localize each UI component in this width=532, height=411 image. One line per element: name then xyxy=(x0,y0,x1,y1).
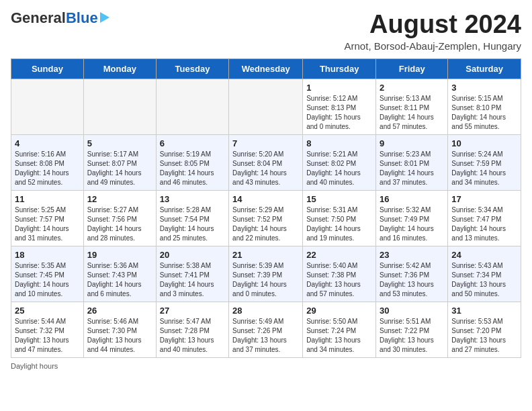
calendar-cell: 4Sunrise: 5:16 AMSunset: 8:08 PMDaylight… xyxy=(11,134,84,190)
day-info: Sunrise: 5:42 AMSunset: 7:36 PMDaylight:… xyxy=(380,261,444,299)
month-year-title: August 2024 xyxy=(345,11,521,39)
day-number: 15 xyxy=(306,194,372,204)
day-number: 9 xyxy=(380,138,444,148)
day-number: 19 xyxy=(87,250,152,260)
day-number: 29 xyxy=(306,306,372,316)
calendar-cell: 22Sunrise: 5:40 AMSunset: 7:38 PMDayligh… xyxy=(303,246,376,302)
calendar-cell: 25Sunrise: 5:44 AMSunset: 7:32 PMDayligh… xyxy=(11,302,84,357)
title-section: August 2024 Arnot, Borsod-Abauj-Zemplen,… xyxy=(345,11,521,52)
day-number: 26 xyxy=(87,306,152,316)
day-header-wednesday: Wednesday xyxy=(229,58,303,79)
day-info: Sunrise: 5:29 AMSunset: 7:52 PMDaylight:… xyxy=(232,205,299,243)
calendar-cell: 24Sunrise: 5:43 AMSunset: 7:34 PMDayligh… xyxy=(448,246,521,302)
day-number: 20 xyxy=(160,250,225,260)
day-number: 11 xyxy=(15,194,80,204)
day-number: 30 xyxy=(380,306,444,316)
day-number: 5 xyxy=(87,138,152,148)
calendar-cell: 11Sunrise: 5:25 AMSunset: 7:57 PMDayligh… xyxy=(11,190,84,246)
day-info: Sunrise: 5:47 AMSunset: 7:28 PMDaylight:… xyxy=(160,317,225,355)
logo-general-text: General xyxy=(11,11,66,26)
day-info: Sunrise: 5:51 AMSunset: 7:22 PMDaylight:… xyxy=(380,317,444,355)
day-header-thursday: Thursday xyxy=(303,58,376,79)
day-number: 1 xyxy=(306,83,372,93)
calendar-cell: 14Sunrise: 5:29 AMSunset: 7:52 PMDayligh… xyxy=(229,190,303,246)
day-info: Sunrise: 5:12 AMSunset: 8:13 PMDaylight:… xyxy=(306,94,372,132)
calendar-cell: 31Sunrise: 5:53 AMSunset: 7:20 PMDayligh… xyxy=(448,302,521,357)
location-subtitle: Arnot, Borsod-Abauj-Zemplen, Hungary xyxy=(345,40,521,52)
day-info: Sunrise: 5:32 AMSunset: 7:49 PMDaylight:… xyxy=(380,205,444,243)
day-header-tuesday: Tuesday xyxy=(156,58,228,79)
day-number: 27 xyxy=(160,306,225,316)
calendar-header: SundayMondayTuesdayWednesdayThursdayFrid… xyxy=(11,58,521,79)
day-number: 8 xyxy=(306,138,372,148)
day-number: 18 xyxy=(15,250,80,260)
calendar-cell: 1Sunrise: 5:12 AMSunset: 8:13 PMDaylight… xyxy=(303,79,376,134)
day-number: 25 xyxy=(15,306,80,316)
calendar-cell: 17Sunrise: 5:34 AMSunset: 7:47 PMDayligh… xyxy=(448,190,521,246)
day-header-friday: Friday xyxy=(376,58,448,79)
calendar-cell: 18Sunrise: 5:35 AMSunset: 7:45 PMDayligh… xyxy=(11,246,84,302)
day-number: 22 xyxy=(306,250,372,260)
calendar-cell: 7Sunrise: 5:20 AMSunset: 8:04 PMDaylight… xyxy=(229,134,303,190)
calendar-week-row: 18Sunrise: 5:35 AMSunset: 7:45 PMDayligh… xyxy=(11,246,521,302)
calendar-week-row: 1Sunrise: 5:12 AMSunset: 8:13 PMDaylight… xyxy=(11,79,521,134)
day-info: Sunrise: 5:15 AMSunset: 8:10 PMDaylight:… xyxy=(451,94,517,132)
calendar-cell xyxy=(156,79,228,134)
day-info: Sunrise: 5:46 AMSunset: 7:30 PMDaylight:… xyxy=(87,317,152,355)
calendar-cell: 10Sunrise: 5:24 AMSunset: 7:59 PMDayligh… xyxy=(448,134,521,190)
calendar-cell: 3Sunrise: 5:15 AMSunset: 8:10 PMDaylight… xyxy=(448,79,521,134)
day-header-sunday: Sunday xyxy=(11,58,84,79)
calendar-cell: 15Sunrise: 5:31 AMSunset: 7:50 PMDayligh… xyxy=(303,190,376,246)
day-number: 4 xyxy=(15,138,80,148)
day-info: Sunrise: 5:53 AMSunset: 7:20 PMDaylight:… xyxy=(451,317,517,355)
calendar-cell: 6Sunrise: 5:19 AMSunset: 8:05 PMDaylight… xyxy=(156,134,228,190)
day-number: 13 xyxy=(160,194,225,204)
day-info: Sunrise: 5:19 AMSunset: 8:05 PMDaylight:… xyxy=(160,150,225,187)
day-number: 24 xyxy=(451,250,517,260)
calendar-week-row: 25Sunrise: 5:44 AMSunset: 7:32 PMDayligh… xyxy=(11,302,521,357)
day-number: 31 xyxy=(451,306,517,316)
day-info: Sunrise: 5:39 AMSunset: 7:39 PMDaylight:… xyxy=(232,261,299,299)
calendar-cell: 23Sunrise: 5:42 AMSunset: 7:36 PMDayligh… xyxy=(376,246,448,302)
day-info: Sunrise: 5:20 AMSunset: 8:04 PMDaylight:… xyxy=(232,150,299,187)
day-number: 2 xyxy=(380,83,444,93)
day-number: 14 xyxy=(232,194,299,204)
day-info: Sunrise: 5:16 AMSunset: 8:08 PMDaylight:… xyxy=(15,150,80,187)
calendar-cell: 26Sunrise: 5:46 AMSunset: 7:30 PMDayligh… xyxy=(83,302,156,357)
day-info: Sunrise: 5:31 AMSunset: 7:50 PMDaylight:… xyxy=(306,205,372,243)
calendar-cell: 5Sunrise: 5:17 AMSunset: 8:07 PMDaylight… xyxy=(83,134,156,190)
logo: General Blue xyxy=(11,11,109,26)
calendar-cell: 19Sunrise: 5:36 AMSunset: 7:43 PMDayligh… xyxy=(83,246,156,302)
calendar-cell: 2Sunrise: 5:13 AMSunset: 8:11 PMDaylight… xyxy=(376,79,448,134)
day-info: Sunrise: 5:36 AMSunset: 7:43 PMDaylight:… xyxy=(87,261,152,299)
calendar-cell: 13Sunrise: 5:28 AMSunset: 7:54 PMDayligh… xyxy=(156,190,228,246)
day-number: 16 xyxy=(380,194,444,204)
logo-blue-text: Blue xyxy=(66,11,98,26)
day-number: 21 xyxy=(232,250,299,260)
day-info: Sunrise: 5:27 AMSunset: 7:56 PMDaylight:… xyxy=(87,205,152,243)
calendar-cell: 21Sunrise: 5:39 AMSunset: 7:39 PMDayligh… xyxy=(229,246,303,302)
header: General Blue August 2024 Arnot, Borsod-A… xyxy=(11,11,521,52)
day-number: 12 xyxy=(87,194,152,204)
day-info: Sunrise: 5:23 AMSunset: 8:01 PMDaylight:… xyxy=(380,150,444,187)
calendar-cell xyxy=(83,79,156,134)
day-info: Sunrise: 5:28 AMSunset: 7:54 PMDaylight:… xyxy=(160,205,225,243)
day-info: Sunrise: 5:25 AMSunset: 7:57 PMDaylight:… xyxy=(15,205,80,243)
day-number: 10 xyxy=(451,138,517,148)
day-number: 17 xyxy=(451,194,517,204)
day-info: Sunrise: 5:43 AMSunset: 7:34 PMDaylight:… xyxy=(451,261,517,299)
day-info: Sunrise: 5:44 AMSunset: 7:32 PMDaylight:… xyxy=(15,317,80,355)
calendar-cell: 8Sunrise: 5:21 AMSunset: 8:02 PMDaylight… xyxy=(303,134,376,190)
day-header-monday: Monday xyxy=(83,58,156,79)
day-info: Sunrise: 5:21 AMSunset: 8:02 PMDaylight:… xyxy=(306,150,372,187)
day-number: 6 xyxy=(160,138,225,148)
footer-note: Daylight hours xyxy=(11,362,521,370)
day-info: Sunrise: 5:40 AMSunset: 7:38 PMDaylight:… xyxy=(306,261,372,299)
calendar-table: SundayMondayTuesdayWednesdayThursdayFrid… xyxy=(11,58,521,358)
day-info: Sunrise: 5:34 AMSunset: 7:47 PMDaylight:… xyxy=(451,205,517,243)
day-number: 7 xyxy=(232,138,299,148)
day-number: 3 xyxy=(451,83,517,93)
calendar-cell: 9Sunrise: 5:23 AMSunset: 8:01 PMDaylight… xyxy=(376,134,448,190)
calendar-cell: 28Sunrise: 5:49 AMSunset: 7:26 PMDayligh… xyxy=(229,302,303,357)
calendar-cell: 12Sunrise: 5:27 AMSunset: 7:56 PMDayligh… xyxy=(83,190,156,246)
